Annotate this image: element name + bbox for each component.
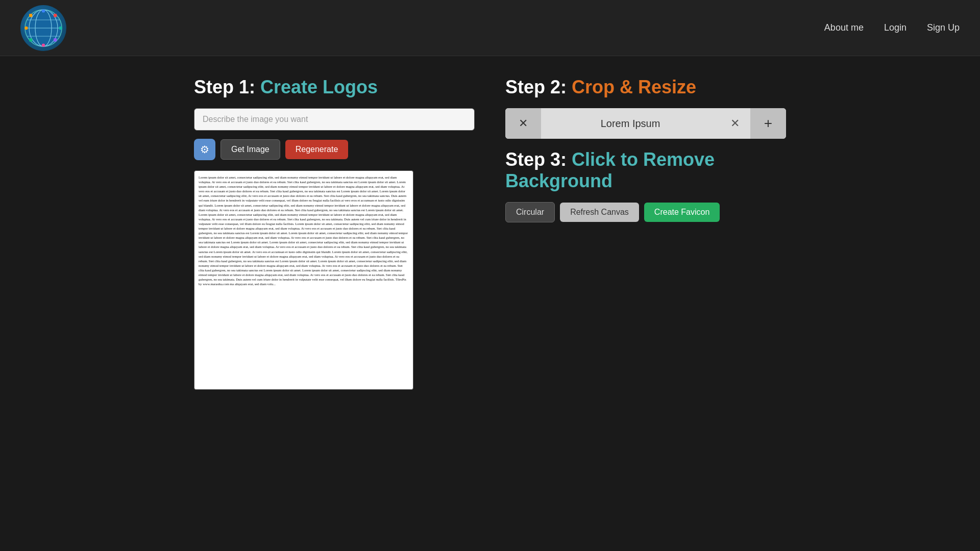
search-row [194,108,475,131]
step2-heading: Step 2: Crop & Resize [505,77,786,98]
crop-close-left-button[interactable]: ✕ [505,108,541,139]
svg-point-13 [59,26,62,29]
step3-heading: Step 3: Click to Remove Background [505,149,786,192]
step1-title: Create Logos [260,77,378,97]
two-column-layout: Step 1: Create Logos ⚙ Get Image Regener… [194,77,786,390]
crop-close-right-button[interactable]: ✕ [720,108,750,139]
svg-point-11 [42,43,45,46]
step2-title: Crop & Resize [572,77,696,97]
navbar: About me Login Sign Up [0,0,980,56]
right-column: Step 2: Crop & Resize ✕ Lorem Ipsum ✕ + … [505,77,786,222]
nav-links: About me Login Sign Up [824,22,960,33]
circular-button[interactable]: Circular [505,202,555,222]
svg-point-10 [42,9,45,12]
svg-rect-8 [29,38,32,41]
step1-number: Step 1: [194,77,255,97]
crop-add-button[interactable]: + [750,108,786,139]
nav-login[interactable]: Login [884,22,906,33]
lorem-image-content: Lorem ipsum dolor sit amet, consectetur … [194,171,413,290]
step3-buttons-row: Circular Refresh Canvas Create Favicon [505,202,786,222]
left-column: Step 1: Create Logos ⚙ Get Image Regener… [194,77,475,390]
nav-signup[interactable]: Sign Up [927,22,960,33]
image-description-input[interactable] [194,108,475,131]
svg-rect-6 [29,14,32,17]
action-buttons-row: ⚙ Get Image Regenerate [194,139,475,160]
crop-filename: Lorem Ipsum [541,118,720,130]
nav-about-me[interactable]: About me [824,22,864,33]
create-favicon-button[interactable]: Create Favicon [644,203,720,222]
nav-logo-area [20,5,66,51]
svg-point-12 [24,26,28,29]
gear-button[interactable]: ⚙ [194,139,215,160]
step2-number: Step 2: [505,77,567,97]
crop-toolbar: ✕ Lorem Ipsum ✕ + [505,108,786,139]
logo-icon [20,5,66,51]
step3-number: Step 3: [505,149,567,170]
svg-rect-7 [54,14,57,17]
gear-icon: ⚙ [200,143,209,156]
step1-heading: Step 1: Create Logos [194,77,475,98]
main-content: Step 1: Create Logos ⚙ Get Image Regener… [184,56,796,410]
refresh-canvas-button[interactable]: Refresh Canvas [560,203,639,222]
get-image-button[interactable]: Get Image [220,139,280,160]
svg-rect-9 [54,38,57,41]
generated-image-container[interactable]: Lorem ipsum dolor sit amet, consectetur … [194,170,413,390]
regenerate-button[interactable]: Regenerate [285,140,349,159]
